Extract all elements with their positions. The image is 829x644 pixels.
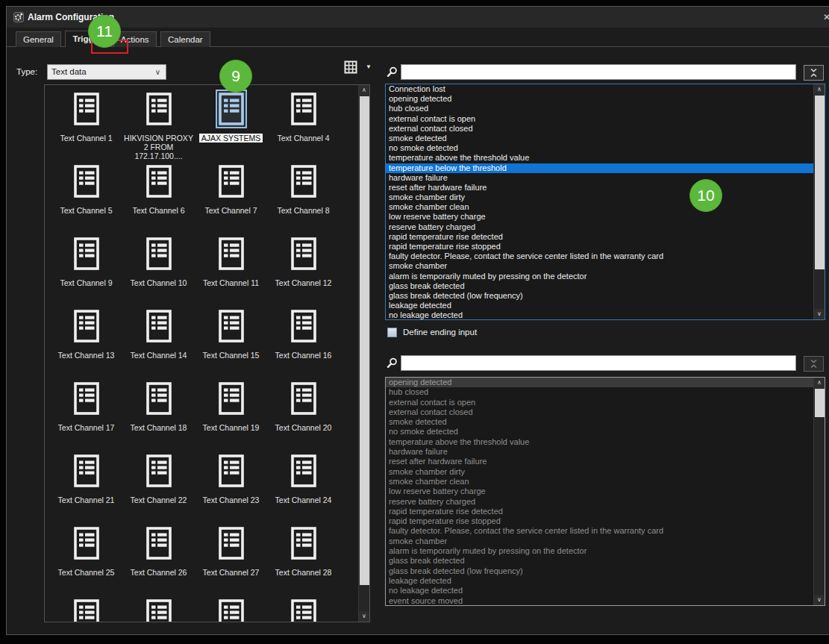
text-channel-item[interactable]: Text Channel 26: [122, 524, 195, 596]
channel-label: Text Channel 1: [60, 134, 112, 143]
begin-event-search-input[interactable]: [401, 64, 796, 80]
event-item[interactable]: leakage detected: [386, 301, 813, 310]
text-channel-item[interactable]: [195, 596, 267, 622]
close-icon[interactable]: ✕: [823, 12, 829, 22]
text-channel-item[interactable]: Text Channel 14: [122, 307, 195, 379]
event-item[interactable]: smoke detected: [386, 134, 813, 143]
view-mode-button[interactable]: ▼: [340, 58, 373, 78]
channel-icon-box: [143, 307, 175, 346]
text-channel-item[interactable]: Text Channel 20: [267, 379, 340, 451]
scroll-up-icon[interactable]: ∧: [814, 84, 825, 95]
text-channel-item[interactable]: Text Channel 28: [267, 524, 340, 596]
channel-icon-box: [216, 451, 247, 490]
event-item[interactable]: smoke chamber dirty: [386, 193, 813, 202]
event-item[interactable]: Connection lost: [386, 84, 813, 94]
text-channel-item[interactable]: Text Channel 4: [267, 90, 340, 162]
scroll-down-icon[interactable]: ∨: [814, 595, 825, 605]
event-item[interactable]: faulty detector. Please, contact the ser…: [386, 251, 813, 261]
event-item[interactable]: hardware failure: [386, 173, 813, 183]
text-channel-icon: [74, 237, 99, 270]
channel-label: Text Channel 20: [275, 423, 332, 432]
event-item[interactable]: smoke chamber: [386, 261, 813, 271]
text-channel-item[interactable]: Text Channel 6: [122, 162, 195, 234]
text-channel-item[interactable]: Text Channel 18: [122, 379, 195, 451]
begin-list-scrollbar[interactable]: ∧ ∨: [813, 84, 825, 319]
text-channel-item[interactable]: AJAX SYSTEMS: [195, 90, 267, 162]
end-list-scrollbar[interactable]: ∧ ∨: [813, 378, 825, 605]
channel-icon-box: [143, 596, 175, 622]
define-ending-checkbox[interactable]: [387, 328, 397, 337]
scrollbar-thumb[interactable]: [815, 96, 825, 269]
event-item[interactable]: no leakage detected: [386, 310, 813, 319]
text-channel-icon: [74, 454, 99, 487]
text-channel-icon: [219, 599, 244, 622]
scroll-down-icon[interactable]: ∨: [359, 611, 369, 622]
event-item[interactable]: rapid temperature rise detected: [386, 232, 813, 242]
scroll-down-icon[interactable]: ∨: [814, 309, 825, 319]
event-item[interactable]: temperature below the threshold: [386, 163, 813, 173]
text-channel-icon: [74, 93, 99, 125]
text-channel-item[interactable]: Text Channel 16: [267, 307, 340, 379]
end-event-rows: opening detected hub closed external con…: [386, 378, 813, 605]
event-item[interactable]: alarm is temporarily muted by pressing o…: [386, 272, 813, 281]
collapse-search-button[interactable]: [804, 65, 824, 81]
event-item[interactable]: rapid temperature rise stopped: [386, 242, 813, 251]
event-item: reserve battery charged: [386, 497, 813, 507]
event-item[interactable]: temperature above the threshold value: [386, 153, 813, 163]
text-channel-item[interactable]: Text Channel 19: [195, 379, 267, 451]
begin-event-list: Connection lost opening detected hub clo…: [385, 84, 825, 320]
text-channel-item[interactable]: Text Channel 1: [50, 90, 122, 162]
text-channel-item[interactable]: Text Channel 11: [195, 234, 267, 307]
event-item[interactable]: low reserve battery charge: [386, 212, 813, 222]
event-item: glass break detected (low frequency): [386, 566, 813, 576]
channel-icon-box: [143, 162, 175, 201]
text-channel-icon: [291, 527, 316, 560]
text-channel-item[interactable]: Text Channel 7: [195, 162, 267, 234]
text-channel-item[interactable]: Text Channel 15: [195, 307, 267, 379]
event-item[interactable]: smoke chamber clean: [386, 202, 813, 212]
text-channel-item[interactable]: [122, 596, 195, 622]
text-channel-item[interactable]: Text Channel 17: [50, 379, 122, 451]
text-channel-item[interactable]: Text Channel 12: [267, 234, 340, 307]
scroll-up-icon[interactable]: ∧: [359, 85, 369, 96]
event-item[interactable]: opening detected: [386, 94, 813, 104]
text-channel-item[interactable]: Text Channel 24: [267, 451, 340, 524]
text-channel-item[interactable]: Text Channel 27: [195, 524, 267, 596]
type-dropdown[interactable]: Text data ∨: [47, 64, 166, 80]
text-channel-item[interactable]: Text Channel 22: [122, 451, 195, 524]
event-item[interactable]: external contact is open: [386, 114, 813, 124]
scrollbar-thumb[interactable]: [815, 389, 825, 417]
text-channel-item[interactable]: [267, 596, 340, 622]
text-channel-item[interactable]: Text Channel 8: [267, 162, 340, 234]
tab-general[interactable]: General: [16, 31, 61, 47]
end-event-search-input[interactable]: [401, 355, 796, 371]
event-item: leakage detected: [386, 576, 813, 586]
event-item: external contact is open: [386, 398, 813, 407]
event-item[interactable]: reset after hardware failure: [386, 183, 813, 193]
text-channel-item[interactable]: Text Channel 10: [122, 234, 195, 307]
text-channel-item[interactable]: Text Channel 13: [50, 307, 122, 379]
grid-view-icon: [344, 60, 359, 75]
channel-scrollbar[interactable]: ∧ ∨: [358, 85, 369, 622]
collapse-icon: [809, 359, 819, 369]
scrollbar-thumb[interactable]: [360, 96, 369, 585]
text-channel-item[interactable]: Text Channel 25: [50, 524, 122, 596]
text-channel-item[interactable]: Text Channel 23: [195, 451, 267, 524]
text-channel-item[interactable]: Text Channel 5: [50, 162, 122, 234]
text-channel-item[interactable]: HIKVISION PROXY 2 FROM 172.17.100....: [122, 90, 195, 162]
event-item: no smoke detected: [386, 427, 813, 437]
text-channel-item[interactable]: Text Channel 9: [50, 234, 122, 307]
event-item[interactable]: glass break detected (low frequency): [386, 291, 813, 301]
channel-label: Text Channel 25: [58, 568, 115, 577]
event-item[interactable]: glass break detected: [386, 281, 813, 291]
channel-icon-box: [288, 90, 319, 128]
text-channel-item[interactable]: Text Channel 21: [50, 451, 122, 524]
event-item[interactable]: external contact closed: [386, 124, 813, 134]
text-channel-item[interactable]: [50, 596, 122, 622]
event-item[interactable]: hub closed: [386, 104, 813, 113]
event-item[interactable]: no smoke detected: [386, 143, 813, 153]
scroll-up-icon[interactable]: ∧: [814, 378, 825, 388]
tab-calendar[interactable]: Calendar: [160, 31, 210, 47]
event-item[interactable]: reserve battery charged: [386, 222, 813, 232]
chevron-down-icon: ▼: [366, 63, 372, 70]
